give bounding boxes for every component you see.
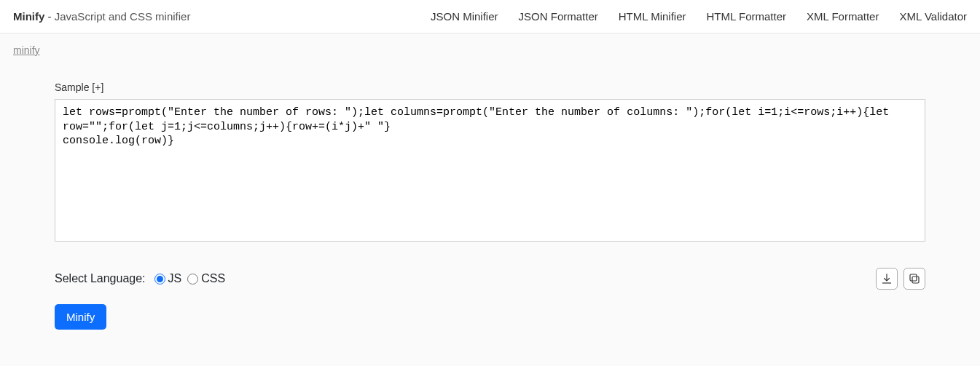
svg-rect-0 — [912, 277, 919, 283]
radio-js-input[interactable] — [154, 274, 165, 285]
nav-xml-formatter[interactable]: XML Formatter — [807, 10, 879, 23]
top-nav: JSON Minifier JSON Formatter HTML Minifi… — [431, 10, 967, 23]
brand-subtitle: JavaScript and CSS minifier — [55, 10, 191, 23]
breadcrumb-minify[interactable]: minify — [13, 44, 40, 56]
main-content: Sample [+] Select Language: JS CSS Minif… — [0, 67, 980, 330]
select-language-label: Select Language: — [55, 272, 146, 285]
breadcrumb: minify — [0, 33, 980, 67]
nav-html-formatter[interactable]: HTML Formatter — [707, 10, 786, 23]
brand-name: Minify — [13, 10, 44, 23]
download-button[interactable] — [876, 268, 898, 290]
code-input[interactable] — [55, 99, 925, 242]
sample-expand-button[interactable]: [+] — [92, 81, 103, 93]
svg-rect-1 — [910, 274, 917, 281]
nav-json-minifier[interactable]: JSON Minifier — [431, 10, 498, 23]
copy-icon — [908, 272, 921, 285]
copy-button[interactable] — [903, 268, 925, 290]
radio-js-label: JS — [168, 272, 182, 285]
brand-sep: - — [44, 10, 54, 23]
sample-row: Sample [+] — [55, 81, 925, 93]
brand: Minify - JavaScript and CSS minifier — [13, 10, 190, 23]
language-group: Select Language: JS CSS — [55, 272, 225, 285]
sample-label: Sample — [55, 81, 92, 93]
minify-button[interactable]: Minify — [55, 304, 106, 330]
radio-css-input[interactable] — [187, 274, 198, 285]
download-icon — [880, 272, 893, 285]
nav-json-formatter[interactable]: JSON Formatter — [519, 10, 598, 23]
nav-html-minifier[interactable]: HTML Minifier — [619, 10, 686, 23]
nav-xml-validator[interactable]: XML Validator — [899, 10, 967, 23]
icon-group — [876, 268, 925, 290]
header: Minify - JavaScript and CSS minifier JSO… — [0, 0, 980, 33]
radio-css[interactable]: CSS — [187, 272, 225, 285]
radio-css-label: CSS — [201, 272, 225, 285]
controls-row: Select Language: JS CSS — [55, 268, 925, 290]
radio-js[interactable]: JS — [154, 272, 182, 285]
